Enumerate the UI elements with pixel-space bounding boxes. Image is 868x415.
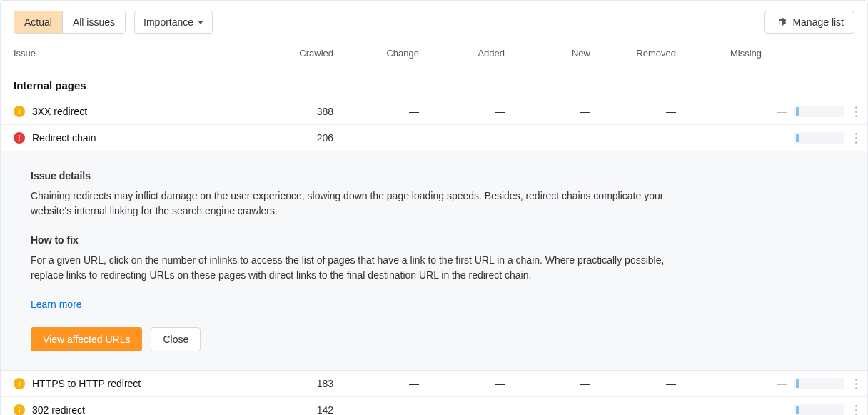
added-value: — (435, 132, 520, 144)
removed-value: — (606, 106, 692, 117)
col-missing: Missing (692, 48, 777, 59)
close-button[interactable]: Close (151, 327, 201, 351)
section-title: Internal pages (1, 66, 867, 99)
table-row[interactable]: ! Redirect chain 206 — — — — — (1, 125, 867, 151)
issue-name: 302 redirect (32, 404, 85, 415)
issue-name: 3XX redirect (32, 106, 87, 117)
manage-list-button[interactable]: Manage list (764, 11, 854, 34)
missing-value: — (777, 404, 787, 415)
missing-bar (794, 132, 844, 144)
missing-value: — (777, 132, 787, 144)
sort-dropdown[interactable]: Importance (134, 11, 213, 34)
col-crawled: Crawled (263, 48, 349, 59)
table-row[interactable]: i 302 redirect 142 — — — — — (1, 397, 867, 415)
table-row[interactable]: i 3XX redirect 388 — — — — — (1, 99, 867, 125)
change-value: — (349, 132, 435, 144)
missing-bar (794, 106, 844, 117)
new-value: — (520, 404, 606, 415)
change-value: — (349, 106, 435, 117)
row-menu-icon[interactable] (852, 377, 860, 390)
added-value: — (435, 106, 520, 117)
missing-value: — (777, 106, 787, 117)
sort-label: Importance (143, 16, 193, 28)
crawled-value: 388 (263, 106, 349, 117)
crawled-value: 206 (263, 132, 349, 144)
details-heading: Issue details (31, 170, 853, 181)
severity-icon: i (14, 106, 25, 117)
issue-name: HTTPS to HTTP redirect (32, 378, 141, 389)
col-removed: Removed (606, 48, 692, 59)
crawled-value: 142 (263, 404, 349, 415)
caret-down-icon (198, 21, 203, 24)
missing-bar (794, 404, 844, 415)
change-value: — (349, 378, 435, 389)
table-row[interactable]: i HTTPS to HTTP redirect 183 — — — — — (1, 371, 867, 397)
severity-icon: ! (14, 132, 25, 144)
removed-value: — (606, 378, 692, 389)
tab-actual[interactable]: Actual (14, 11, 62, 33)
row-menu-icon[interactable] (852, 404, 860, 415)
removed-value: — (606, 404, 692, 415)
new-value: — (520, 132, 606, 144)
missing-value: — (777, 378, 787, 389)
new-value: — (520, 106, 606, 117)
manage-label: Manage list (792, 16, 844, 28)
severity-icon: i (14, 378, 25, 389)
howtofix-body: For a given URL, click on the number of … (31, 253, 673, 283)
view-toggle: Actual All issues (14, 11, 126, 34)
tab-all-issues[interactable]: All issues (62, 11, 125, 33)
missing-bar (794, 378, 844, 389)
new-value: — (520, 378, 606, 389)
issues-panel: Actual All issues Importance Manage list… (0, 0, 868, 415)
toolbar: Actual All issues Importance Manage list (1, 1, 867, 41)
issue-name: Redirect chain (32, 132, 96, 144)
gear-icon (775, 16, 787, 28)
added-value: — (435, 378, 520, 389)
view-affected-urls-button[interactable]: View affected URLs (31, 327, 142, 351)
details-body: Chaining redirects may inflict damage on… (31, 189, 673, 219)
col-new: New (520, 48, 606, 59)
issue-details: Issue details Chaining redirects may inf… (1, 151, 867, 371)
col-change: Change (349, 48, 435, 59)
learn-more-link[interactable]: Learn more (31, 299, 82, 310)
row-menu-icon[interactable] (852, 105, 860, 118)
row-menu-icon[interactable] (852, 131, 860, 144)
removed-value: — (606, 132, 692, 144)
table-header: Issue Crawled Change Added New Removed M… (1, 41, 867, 66)
crawled-value: 183 (263, 378, 349, 389)
col-issue: Issue (14, 48, 263, 59)
added-value: — (435, 404, 520, 415)
change-value: — (349, 404, 435, 415)
col-added: Added (435, 48, 520, 59)
severity-icon: i (14, 404, 25, 415)
howtofix-heading: How to fix (31, 234, 853, 246)
